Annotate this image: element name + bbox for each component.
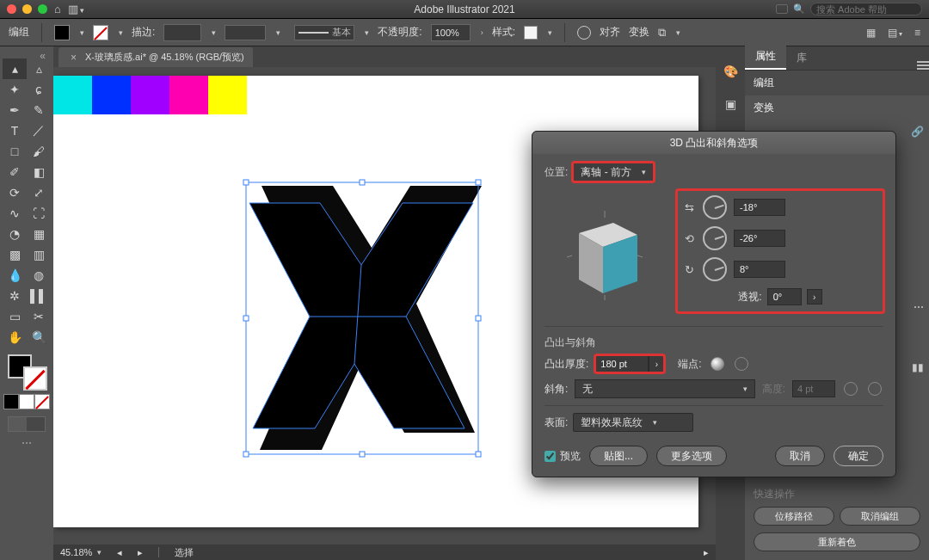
paintbrush-tool[interactable]: 🖌 (27, 141, 51, 162)
depth-stepper[interactable]: › (649, 355, 664, 372)
more-options-button[interactable]: 更多选项 (656, 446, 727, 466)
slice-tool[interactable]: ✂ (27, 306, 51, 327)
pen-tool[interactable]: ✒ (3, 100, 27, 120)
perspective-grid-tool[interactable]: ▦ (27, 224, 51, 244)
rotate-z-dial[interactable] (703, 257, 727, 281)
ok-button[interactable]: 确定 (834, 446, 883, 466)
swatches-panel-icon[interactable]: ▣ (723, 96, 738, 112)
toolbar-collapse-icon[interactable]: « (3, 50, 51, 58)
grid-view-icon[interactable]: ▦ (866, 27, 876, 39)
column-graph-tool[interactable]: ▌▌ (27, 286, 51, 306)
opacity-caret-icon[interactable]: › (481, 28, 483, 37)
mesh-tool[interactable]: ▩ (3, 244, 27, 265)
chart-panel-icon[interactable]: ▮▮ (912, 361, 924, 373)
opacity-input[interactable] (431, 24, 471, 41)
width-tool[interactable]: ∿ (3, 203, 27, 224)
tab-close-icon[interactable]: × (71, 52, 77, 64)
recolor-icon[interactable] (577, 26, 591, 40)
none-mode-icon[interactable] (34, 394, 50, 409)
cap-on-icon[interactable] (711, 357, 724, 371)
blend-tool[interactable]: ◍ (27, 265, 51, 286)
symbol-sprayer-tool[interactable]: ✲ (3, 286, 27, 306)
magic-wand-tool[interactable]: ✦ (3, 79, 27, 100)
link-icon[interactable]: 🔗 (911, 126, 924, 138)
stroke-weight-input[interactable] (163, 24, 201, 41)
tab-properties[interactable]: 属性 (745, 45, 786, 70)
more-options-icon[interactable]: ⋯ (914, 301, 924, 313)
transform-label[interactable]: 变换 (629, 25, 649, 40)
zoom-tool[interactable]: 🔍 (27, 327, 51, 348)
bevel-select[interactable]: 无 ▾ (575, 379, 754, 398)
swatch-magenta[interactable] (169, 76, 208, 114)
color-mode-icon[interactable] (3, 394, 19, 409)
screen-mode-toggle[interactable] (8, 416, 46, 432)
eyedropper-tool[interactable]: 💧 (3, 265, 27, 286)
align-panel-icon[interactable]: ▤▾ (888, 27, 902, 39)
ungroup-button[interactable]: 取消编组 (840, 507, 920, 526)
line-tool[interactable]: ／ (27, 120, 51, 141)
gradient-mode-icon[interactable] (19, 394, 34, 409)
screen-mode-icon[interactable] (776, 4, 788, 14)
swatch-purple[interactable] (131, 76, 169, 114)
nav-prev-icon[interactable]: ◂ (117, 547, 122, 558)
type-tool[interactable]: T (3, 120, 27, 141)
tab-libraries[interactable]: 库 (786, 46, 817, 70)
shape-builder-tool[interactable]: ◔ (3, 224, 27, 244)
artboard-tool[interactable]: ▭ (3, 306, 27, 327)
rotate-tool[interactable]: ⟳ (3, 182, 27, 203)
fill-swatch[interactable] (54, 25, 70, 40)
preview-checkbox[interactable]: 预览 (544, 449, 581, 464)
help-search-input[interactable] (810, 3, 922, 15)
swatch-cyan[interactable] (53, 76, 92, 114)
recolor-button[interactable]: 重新着色 (754, 532, 920, 551)
position-select[interactable]: 离轴 - 前方 ▾ (573, 163, 654, 182)
rotation-cube-preview[interactable] (544, 190, 665, 319)
workspace-switcher-icon[interactable]: ▥▾ (68, 3, 84, 15)
align-label[interactable]: 对齐 (600, 25, 620, 40)
rectangle-tool[interactable]: □ (3, 141, 27, 162)
style-swatch[interactable] (524, 26, 538, 40)
rotate-y-dial[interactable] (703, 226, 727, 250)
status-popup-icon[interactable]: ▸ (704, 547, 709, 558)
minimize-window-button[interactable] (22, 4, 32, 14)
maximize-window-button[interactable] (38, 4, 47, 14)
rotate-x-input[interactable] (734, 199, 785, 216)
fill-stroke-indicator[interactable] (6, 353, 47, 391)
gradient-tool[interactable]: ▥ (27, 244, 51, 265)
color-panel-icon[interactable]: 🎨 (723, 64, 738, 79)
curvature-tool[interactable]: ✎ (27, 100, 51, 120)
stroke-swatch[interactable] (93, 25, 108, 40)
offset-path-button[interactable]: 位移路径 (754, 507, 834, 526)
home-icon[interactable]: ⌂ (54, 3, 61, 15)
panel-menu-icon[interactable]: ≡ (914, 27, 920, 39)
perspective-input[interactable] (767, 288, 802, 305)
swatch-yellow[interactable] (208, 76, 247, 114)
cap-off-icon[interactable] (735, 357, 748, 371)
panel-menu-icon[interactable] (917, 61, 929, 70)
swatch-blue[interactable] (92, 76, 131, 114)
shaper-tool[interactable]: ✐ (3, 162, 27, 182)
lasso-tool[interactable]: ɕ (27, 79, 51, 100)
cancel-button[interactable]: 取消 (775, 446, 825, 466)
search-icon[interactable]: 🔍 (793, 3, 805, 15)
nav-next-icon[interactable]: ▸ (138, 547, 143, 558)
scale-tool[interactable]: ⤢ (27, 182, 51, 203)
preview-checkbox-input[interactable] (544, 451, 556, 462)
hand-tool[interactable]: ✋ (3, 327, 27, 348)
direct-selection-tool[interactable]: ▵ (27, 58, 51, 79)
edit-toolbar-icon[interactable]: ⋯ (22, 437, 32, 449)
selection-tool[interactable]: ▴ (3, 58, 27, 79)
map-art-button[interactable]: 贴图... (589, 446, 648, 466)
rotate-x-dial[interactable]: .dial::after{transform:rotate(-18deg);} (703, 195, 727, 219)
eraser-tool[interactable]: ◧ (27, 162, 51, 182)
rotate-y-input[interactable] (734, 230, 785, 247)
x-artwork[interactable] (234, 179, 492, 465)
perspective-step-icon[interactable]: › (807, 289, 822, 305)
surface-select[interactable]: 塑料效果底纹 ▾ (573, 413, 693, 432)
brush-select[interactable]: 基本 (294, 25, 354, 40)
free-transform-tool[interactable]: ⛶ (27, 203, 51, 224)
stroke-profile-select[interactable] (225, 25, 266, 40)
zoom-level[interactable]: 45.18%▾ (60, 547, 102, 557)
close-window-button[interactable] (7, 4, 16, 14)
isolate-icon[interactable]: ⧉ (658, 26, 666, 40)
